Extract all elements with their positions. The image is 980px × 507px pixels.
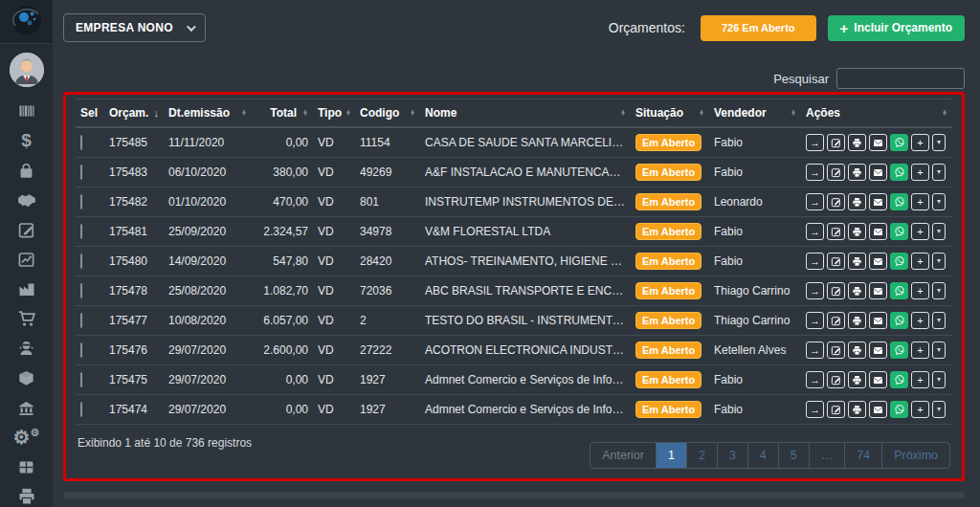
sidebar-item-handshake[interactable]: [12, 189, 41, 210]
whatsapp-action-button[interactable]: [890, 193, 908, 210]
email-action-button[interactable]: [869, 193, 887, 210]
row-checkbox[interactable]: [80, 135, 82, 150]
print-action-button[interactable]: [848, 164, 866, 181]
more-actions-button[interactable]: ▾: [932, 312, 946, 329]
open-action-button[interactable]: →: [806, 312, 824, 329]
open-action-button[interactable]: →: [806, 193, 824, 210]
sidebar-item-industry[interactable]: [12, 278, 41, 299]
row-checkbox[interactable]: [80, 283, 82, 298]
pagination-page-1[interactable]: 1: [656, 443, 686, 468]
whatsapp-action-button[interactable]: [890, 223, 908, 240]
print-action-button[interactable]: [848, 134, 866, 151]
email-action-button[interactable]: [869, 223, 887, 240]
pagination-page-5[interactable]: 5: [778, 443, 809, 468]
column-header-a-es[interactable]: Ações▲▼: [801, 99, 952, 128]
add-action-button[interactable]: +: [911, 342, 929, 359]
whatsapp-action-button[interactable]: [890, 134, 908, 151]
row-checkbox[interactable]: [80, 254, 82, 269]
edit-action-button[interactable]: [827, 282, 845, 299]
sidebar-item-chart-line[interactable]: [12, 249, 41, 270]
column-header-codigo[interactable]: Codigo▲▼: [355, 99, 420, 128]
add-action-button[interactable]: +: [911, 401, 929, 418]
print-action-button[interactable]: [848, 223, 866, 240]
pagination-page-74[interactable]: 74: [844, 443, 881, 468]
print-action-button[interactable]: [848, 312, 866, 329]
more-actions-button[interactable]: ▾: [932, 193, 946, 210]
email-action-button[interactable]: [869, 134, 887, 151]
email-action-button[interactable]: [869, 312, 887, 329]
add-action-button[interactable]: +: [911, 253, 929, 270]
open-action-button[interactable]: →: [806, 164, 824, 181]
sidebar-item-table-grid[interactable]: [12, 456, 41, 477]
row-checkbox[interactable]: [80, 194, 82, 209]
table-row[interactable]: 175477 10/08/2020 6.057,00 VD 2 TESTO DO…: [76, 306, 952, 336]
table-row[interactable]: 175478 25/08/2020 1.082,70 VD 72036 ABC …: [76, 276, 952, 306]
print-action-button[interactable]: [848, 371, 866, 388]
print-action-button[interactable]: [848, 253, 866, 270]
sidebar-item-shopping-cart[interactable]: [12, 308, 41, 329]
edit-action-button[interactable]: [827, 223, 845, 240]
row-checkbox[interactable]: [80, 402, 82, 417]
column-header-total[interactable]: Total▲▼: [252, 99, 313, 128]
pagination-page-…[interactable]: …: [809, 443, 845, 468]
whatsapp-action-button[interactable]: [890, 253, 908, 270]
pagination-page-4[interactable]: 4: [747, 443, 778, 468]
sidebar-item-printer[interactable]: [12, 486, 41, 507]
email-action-button[interactable]: [869, 371, 887, 388]
column-header-dt-emiss-o[interactable]: Dt.emissão▲▼: [164, 99, 252, 128]
table-row[interactable]: 175480 14/09/2020 547,80 VD 28420 ATHOS-…: [76, 247, 952, 276]
whatsapp-action-button[interactable]: [890, 312, 908, 329]
add-action-button[interactable]: +: [911, 371, 929, 388]
column-header-situa-o[interactable]: Situação▲▼: [631, 99, 709, 128]
print-action-button[interactable]: [848, 342, 866, 359]
edit-action-button[interactable]: [827, 164, 845, 181]
table-row[interactable]: 175482 01/10/2020 470,00 VD 801 INSTRUTE…: [76, 187, 952, 217]
edit-action-button[interactable]: [827, 253, 845, 270]
table-row[interactable]: 175475 29/07/2020 0,00 VD 1927 Admnet Co…: [76, 365, 952, 395]
open-count-button[interactable]: 726 Em Aberto: [701, 15, 816, 41]
table-row[interactable]: 175474 29/07/2020 0,00 VD 1927 Admnet Co…: [76, 395, 952, 425]
open-action-button[interactable]: →: [806, 253, 824, 270]
column-header-sel[interactable]: Sel: [76, 99, 104, 128]
sidebar-item-shopping-bag[interactable]: [12, 160, 41, 181]
table-row[interactable]: 175485 11/11/2020 0,00 VD 11154 CASA DE …: [76, 127, 952, 158]
edit-action-button[interactable]: [827, 312, 845, 329]
more-actions-button[interactable]: ▾: [932, 223, 946, 240]
open-action-button[interactable]: →: [806, 223, 824, 240]
open-action-button[interactable]: →: [806, 371, 824, 388]
table-row[interactable]: 175481 25/09/2020 2.324,57 VD 34978 V&M …: [76, 217, 952, 247]
print-action-button[interactable]: [848, 282, 866, 299]
whatsapp-action-button[interactable]: [890, 342, 908, 359]
edit-action-button[interactable]: [827, 401, 845, 418]
row-checkbox[interactable]: [80, 313, 82, 328]
more-actions-button[interactable]: ▾: [932, 342, 946, 359]
company-selector[interactable]: EMPRESA NONO: [63, 13, 206, 42]
edit-action-button[interactable]: [827, 193, 845, 210]
add-action-button[interactable]: +: [911, 193, 929, 210]
print-action-button[interactable]: [848, 401, 866, 418]
add-action-button[interactable]: +: [911, 223, 929, 240]
row-checkbox[interactable]: [80, 372, 82, 387]
sidebar-item-cogs[interactable]: ⚙⚙: [12, 427, 41, 448]
row-checkbox[interactable]: [80, 342, 82, 358]
open-action-button[interactable]: →: [806, 401, 824, 418]
column-header-nome[interactable]: Nome▲▼: [420, 99, 631, 128]
sidebar-item-box[interactable]: [12, 367, 41, 388]
open-action-button[interactable]: →: [806, 282, 824, 299]
column-header-or-am-[interactable]: Orçam.↓: [104, 99, 164, 128]
sidebar-item-dollar-sign[interactable]: $: [12, 130, 41, 151]
edit-action-button[interactable]: [827, 371, 845, 388]
add-action-button[interactable]: +: [911, 312, 929, 329]
sidebar-item-bank[interactable]: [12, 397, 41, 418]
app-logo[interactable]: [0, 0, 53, 44]
row-checkbox[interactable]: [80, 224, 82, 239]
open-action-button[interactable]: →: [806, 342, 824, 359]
row-checkbox[interactable]: [80, 165, 82, 180]
pagination-page-2[interactable]: 2: [686, 443, 717, 468]
column-header-vendedor[interactable]: Vendedor▲▼: [709, 99, 801, 128]
search-input[interactable]: [836, 68, 965, 89]
open-action-button[interactable]: →: [806, 134, 824, 151]
pagination-next-button[interactable]: Próximo: [881, 443, 949, 468]
add-action-button[interactable]: +: [911, 134, 929, 151]
whatsapp-action-button[interactable]: [890, 164, 908, 181]
